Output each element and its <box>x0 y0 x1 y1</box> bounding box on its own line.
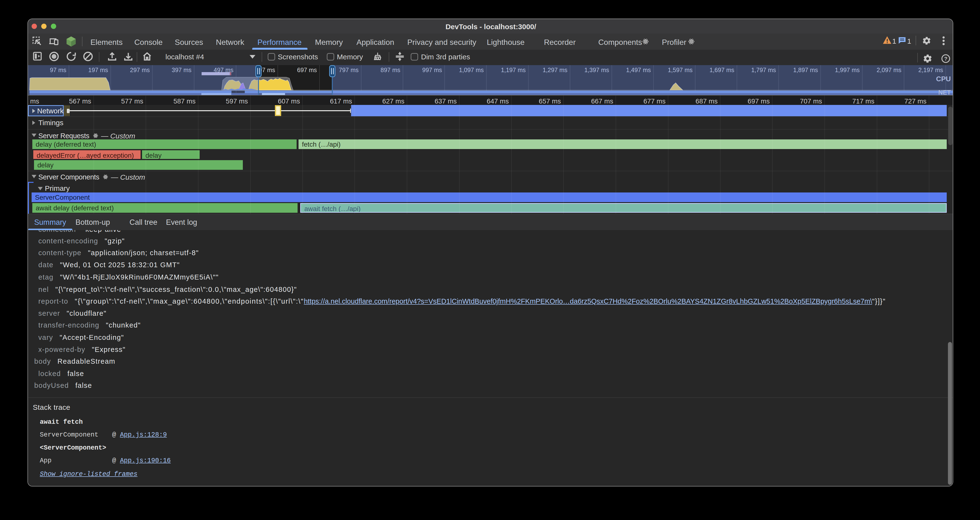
svg-text:?: ? <box>944 56 947 62</box>
